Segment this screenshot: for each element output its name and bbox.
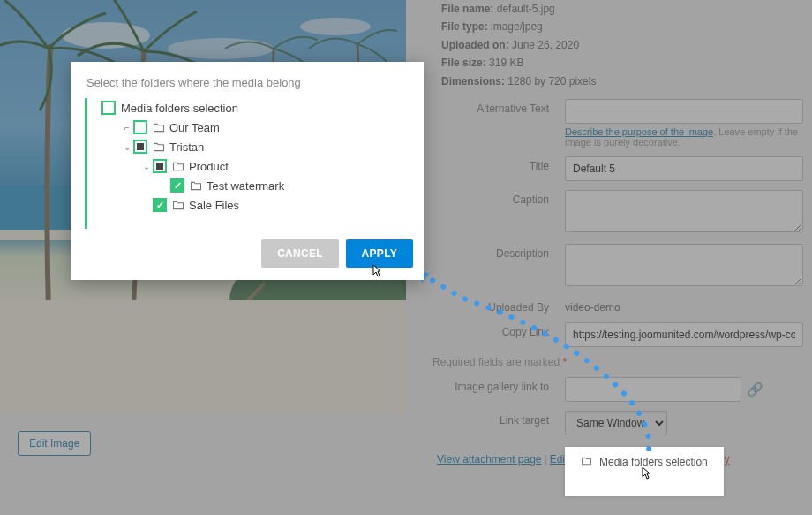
folder-icon [190,181,202,191]
folder-icon [153,142,165,152]
folder-select-modal: Select the folders where the media belon… [71,62,424,280]
folder-icon [153,123,165,133]
checkbox-root[interactable] [102,101,116,115]
tree-item-sale-files[interactable]: Sale Files [189,199,239,212]
caret-down-icon[interactable]: ⌄ [121,142,133,152]
folder-icon [581,457,595,467]
tree-item-tristan[interactable]: Tristan [169,140,204,154]
folder-icon [172,162,184,171]
checkbox-test-watermark[interactable] [170,178,184,193]
checkbox-our-team[interactable] [133,120,147,134]
apply-button[interactable]: APPLY [346,239,413,268]
cancel-button[interactable]: CANCEL [261,239,339,268]
tree-item-our-team[interactable]: Our Team [169,121,220,134]
modal-title: Select the folders where the media belon… [71,62,424,98]
checkbox-tristan[interactable] [133,140,147,154]
cursor-icon [369,264,381,278]
caret-down-icon[interactable]: ⌄ [140,162,153,171]
caret-icon[interactable]: ⌐ [121,123,133,133]
tree-root-label: Media folders selection [121,102,238,115]
tooltip-label: Media folders selection [599,456,708,468]
cursor-icon [638,466,650,481]
checkbox-product[interactable] [153,159,167,173]
checkbox-sale-files[interactable] [153,198,167,212]
folder-icon [172,201,184,210]
tree-item-product[interactable]: Product [189,160,229,173]
media-folders-tooltip[interactable]: Media folders selection [565,447,724,496]
tree-item-test-watermark[interactable]: Test watermark [207,179,284,193]
